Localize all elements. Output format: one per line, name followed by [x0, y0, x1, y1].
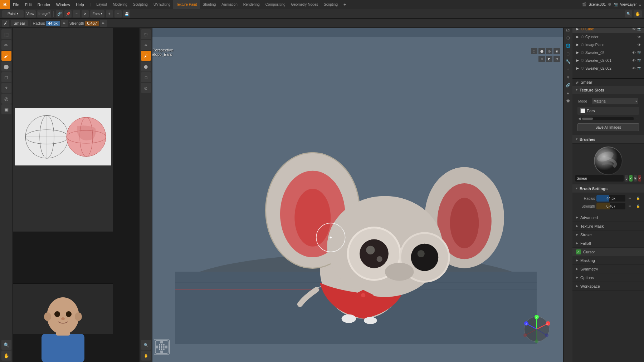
outliner-image-plane[interactable]: ▶ ⬡ ImagePlane 👁 — [572, 41, 644, 49]
magnify-btn[interactable]: 🔍 — [625, 10, 632, 18]
cylinder-eye[interactable]: 👁 — [638, 35, 641, 39]
save-layer-btn[interactable]: 💾 — [123, 10, 130, 18]
menu-compositing[interactable]: Compositing — [263, 0, 288, 9]
magnify-tool[interactable]: 🔍 — [1, 340, 11, 350]
sweater02-eye[interactable]: 👁 — [632, 51, 636, 55]
advanced-row[interactable]: ▶ Advanced — [572, 213, 644, 222]
tool-annotate[interactable]: ✏ — [1, 40, 11, 50]
sweater001-render[interactable]: 📷 — [637, 59, 641, 62]
tool-select[interactable]: ⬚ — [1, 29, 11, 39]
mode-dropdown[interactable]: Material ▾ — [592, 98, 638, 104]
menu-render[interactable]: Render — [35, 0, 53, 9]
vp-tool-select[interactable]: ⬚ — [141, 29, 151, 39]
radius-lock-icon[interactable]: 🔒 — [635, 195, 641, 202]
tool-clone[interactable]: ⌖ — [1, 83, 11, 93]
move-tool[interactable]: ✋ — [1, 351, 11, 361]
menu-uv-editing[interactable]: UV Editing — [151, 0, 173, 9]
outliner-sweater-02-001[interactable]: ▶ ⬡ Sweater_02.001 👁 📷 — [572, 56, 644, 64]
sweater001-eye[interactable]: 👁 — [632, 59, 636, 63]
falloff-row[interactable]: ▶ Falloff — [572, 239, 644, 248]
texture-slots-header[interactable]: ▼ Texture Slots — [572, 86, 644, 94]
strength-pen-icon[interactable]: ✏ — [627, 203, 633, 209]
stroke-row[interactable]: ▶ Stroke — [572, 230, 644, 239]
radius-edit-btn[interactable]: ✏ — [61, 20, 68, 27]
strength-edit-btn[interactable]: ✏ — [100, 20, 107, 27]
layer-dropdown[interactable]: Ears ▾ — [90, 10, 104, 18]
sweater002-render[interactable]: 📷 — [637, 66, 641, 70]
view-gizmo[interactable]: X Y Z — [522, 315, 551, 344]
menu-edit[interactable]: Edit — [22, 0, 35, 9]
slot-scrollbar[interactable] — [581, 117, 634, 120]
data-props-btn[interactable]: ▲ — [565, 89, 572, 96]
mode-dropdown[interactable]: Paint ▾ — [2, 10, 24, 18]
radius-value[interactable]: 44 px — [46, 21, 60, 26]
slot-arrow-left[interactable]: ◀ — [578, 117, 581, 120]
minus-btn[interactable]: − — [73, 10, 80, 18]
modifier-props-btn[interactable]: 🔧 — [565, 58, 572, 65]
imageplane-eye[interactable]: 👁 — [638, 43, 641, 47]
new-layer-btn[interactable]: + — [106, 10, 113, 18]
tool-fill[interactable]: ⬤ — [1, 61, 11, 71]
menu-texture-paint[interactable]: Texture Paint — [173, 0, 200, 9]
menu-animation[interactable]: Animation — [219, 0, 240, 9]
menu-shading[interactable]: Shading — [200, 0, 219, 9]
menu-sculpting[interactable]: Sculpting — [130, 0, 151, 9]
tool-paint-active[interactable]: 🖌 — [1, 51, 11, 61]
menu-modeling[interactable]: Modeling — [110, 0, 130, 9]
menu-scripting[interactable]: Scripting — [321, 0, 341, 9]
object-props-btn[interactable]: ◻ — [565, 50, 572, 57]
solid-btn[interactable]: ⬤ — [538, 48, 545, 54]
tool-mask[interactable]: ▣ — [1, 104, 11, 114]
tool-erase[interactable]: ◻ — [1, 72, 11, 82]
particles-btn[interactable]: ⁘ — [565, 66, 572, 73]
save-all-images-btn[interactable]: Save All Images — [577, 123, 639, 131]
brush-check-btn[interactable]: ✓ — [629, 175, 632, 182]
wireframe-btn[interactable]: ⬚ — [531, 48, 537, 54]
menu-help[interactable]: Help — [73, 0, 87, 9]
brushes-header[interactable]: ▼ Brushes — [572, 135, 644, 144]
image-star-btn[interactable]: Image* — [37, 10, 52, 18]
menu-window[interactable]: Window — [53, 0, 73, 9]
brush-name-field[interactable] — [575, 175, 624, 182]
funnel-icon[interactable]: ≡ — [639, 3, 641, 7]
pin-btn[interactable]: 📌 — [64, 10, 72, 18]
strength-slider[interactable]: 0.467 — [596, 203, 625, 209]
texture-mask-row[interactable]: ▶ Texture Mask — [572, 222, 644, 230]
outliner-sweater-02-002[interactable]: ▶ ⬡ Sweater_02.002 👁 📷 — [572, 64, 644, 72]
hand-btn[interactable]: ✋ — [634, 10, 642, 18]
brush-settings-header[interactable]: ▼ Brush Settings — [572, 184, 644, 193]
viewport-shading-btn[interactable]: ☀ — [538, 56, 545, 62]
sweater02-render[interactable]: 📷 — [637, 51, 641, 54]
settings-icon[interactable]: ⚙ — [608, 2, 611, 7]
radius-pen-icon[interactable]: ✏ — [627, 195, 633, 202]
render-btn[interactable]: ◉ — [553, 48, 560, 54]
world-props-btn[interactable]: 🌐 — [565, 42, 572, 49]
x-btn[interactable]: ✕ — [82, 10, 89, 18]
cursor-row[interactable]: ✓ Cursor — [572, 248, 644, 256]
material-props-btn[interactable]: ⬟ — [565, 97, 572, 104]
xray-btn[interactable]: ⊡ — [553, 56, 560, 62]
outliner-cylinder[interactable]: ▶ ⬡ Cylinder 👁 — [572, 33, 644, 41]
sync-btn[interactable]: 🔗 — [56, 10, 63, 18]
brush-copy-btn[interactable]: ⎘ — [634, 175, 637, 182]
strength-value[interactable]: 0.467 — [85, 21, 99, 26]
vp-tool-move[interactable]: ✋ — [141, 351, 151, 361]
cursor-checkbox[interactable]: ✓ — [576, 249, 581, 254]
view-menu-btn[interactable]: View — [25, 10, 36, 18]
outliner-sweater-02[interactable]: ▶ ⬡ Sweater_02 👁 📷 — [572, 49, 644, 56]
vp-tool-erase[interactable]: ◻ — [141, 72, 151, 82]
texture-slot-ears[interactable]: Ears — [577, 107, 639, 115]
brush-delete-btn[interactable]: ✕ — [638, 175, 641, 182]
masking-row[interactable]: ▶ Masking — [572, 256, 644, 265]
menu-geometry-nodes[interactable]: Geometry Nodes — [288, 0, 321, 9]
vp-tool-smear[interactable]: ◎ — [141, 83, 151, 93]
material-btn[interactable]: ◎ — [546, 48, 552, 54]
sweater002-eye[interactable]: 👁 — [632, 66, 636, 70]
constraints-btn[interactable]: 🔗 — [565, 81, 572, 89]
scene-props-btn[interactable]: ⬡ — [565, 34, 572, 41]
physics-btn[interactable]: ≋ — [565, 74, 572, 81]
menu-file[interactable]: File — [10, 0, 22, 9]
nav-widget[interactable] — [154, 339, 170, 355]
vp-tool-fill[interactable]: ⬤ — [141, 61, 151, 71]
overlay-btn[interactable]: ◩ — [546, 56, 552, 62]
